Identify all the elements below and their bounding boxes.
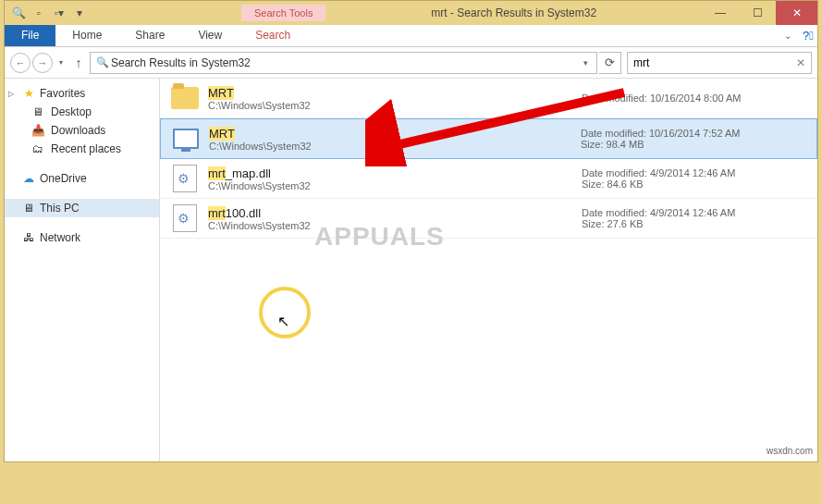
ribbon-tabs: File Home Share View Search ⌄ ?⃝ bbox=[5, 25, 817, 47]
results-list: MRTC:\Windows\System32Date modified: 10/… bbox=[160, 79, 817, 461]
sidebar-item-desktop[interactable]: 🖥 Desktop bbox=[5, 103, 159, 121]
favorites-label: Favorites bbox=[40, 87, 85, 100]
result-path: C:\Windows\System32 bbox=[208, 100, 582, 111]
window-buttons: — ☐ ✕ bbox=[702, 1, 817, 25]
close-button[interactable]: ✕ bbox=[776, 1, 817, 25]
history-dropdown-icon[interactable]: ▾ bbox=[55, 58, 67, 67]
minimize-button[interactable]: — bbox=[702, 1, 739, 25]
refresh-button[interactable]: ⟳ bbox=[599, 52, 621, 74]
window-title: mrt - Search Results in System32 bbox=[325, 6, 702, 19]
sidebar-favorites-header[interactable]: ▷ ★ Favorites bbox=[5, 84, 159, 103]
address-path: Search Results in System32 bbox=[111, 56, 578, 69]
properties-qat-icon[interactable]: ▫ bbox=[31, 5, 47, 21]
result-path: C:\Windows\System32 bbox=[208, 220, 582, 231]
search-qat-icon[interactable]: 🔍 bbox=[10, 5, 27, 21]
downloads-icon: 📥 bbox=[31, 123, 45, 138]
sidebar-item-downloads[interactable]: 📥 Downloads bbox=[5, 121, 159, 140]
back-button[interactable]: ← bbox=[10, 53, 31, 73]
search-box[interactable]: ✕ bbox=[627, 52, 812, 74]
qat-dropdown-icon[interactable]: ▾ bbox=[71, 5, 88, 21]
clear-search-icon[interactable]: ✕ bbox=[796, 56, 805, 69]
app-icon bbox=[170, 123, 202, 154]
contextual-tab-label: Search Tools bbox=[241, 5, 325, 21]
title-bar: 🔍 ▫ ▫▾ ▾ Search Tools mrt - Search Resul… bbox=[5, 1, 817, 25]
attribution: wsxdn.com bbox=[767, 446, 813, 456]
result-name: MRT bbox=[208, 86, 582, 100]
result-name: MRT bbox=[209, 127, 581, 141]
result-metadata: Date modified: 4/9/2014 12:46 AMSize: 27… bbox=[582, 207, 808, 229]
pc-icon: 🖥 bbox=[21, 201, 36, 215]
file-tab[interactable]: File bbox=[5, 25, 55, 46]
dll-icon bbox=[169, 203, 201, 234]
help-icon[interactable]: ?⃝ bbox=[799, 25, 817, 46]
dll-icon bbox=[169, 163, 201, 194]
tab-view[interactable]: View bbox=[181, 25, 239, 46]
location-icon: 🔍 bbox=[94, 56, 111, 68]
star-icon: ★ bbox=[21, 86, 36, 101]
sidebar-onedrive[interactable]: ☁ OneDrive bbox=[5, 169, 159, 188]
network-icon: 🖧 bbox=[21, 230, 36, 245]
search-input[interactable] bbox=[633, 56, 796, 69]
result-path: C:\Windows\System32 bbox=[209, 141, 581, 152]
forward-button[interactable]: → bbox=[32, 53, 53, 73]
tab-share[interactable]: Share bbox=[118, 25, 181, 46]
sidebar-thispc[interactable]: 🖥 This PC bbox=[5, 199, 159, 217]
navigation-pane: ▷ ★ Favorites 🖥 Desktop 📥 Downloads 🗂 Re… bbox=[5, 79, 160, 461]
desktop-icon: 🖥 bbox=[31, 104, 45, 119]
result-metadata: Date modified: 10/16/2014 7:52 AMSize: 9… bbox=[581, 128, 807, 150]
result-metadata: Date modified: 4/9/2014 12:46 AMSize: 84… bbox=[582, 167, 808, 190]
ribbon-expand-icon[interactable]: ⌄ bbox=[777, 25, 799, 46]
sidebar-network[interactable]: 🖧 Network bbox=[5, 228, 159, 247]
search-result-row[interactable]: mrt_map.dllC:\Windows\System32Date modif… bbox=[160, 159, 817, 199]
result-path: C:\Windows\System32 bbox=[208, 180, 582, 191]
search-result-row[interactable]: mrt100.dllC:\Windows\System32Date modifi… bbox=[160, 199, 817, 239]
cloud-icon: ☁ bbox=[21, 171, 36, 186]
folder-icon bbox=[169, 82, 201, 114]
result-name: mrt_map.dll bbox=[208, 166, 582, 180]
recent-icon: 🗂 bbox=[31, 141, 45, 156]
tab-home[interactable]: Home bbox=[55, 25, 118, 46]
navigation-bar: ← → ▾ ↑ 🔍 Search Results in System32 ▾ ⟳… bbox=[5, 47, 817, 79]
address-bar[interactable]: 🔍 Search Results in System32 ▾ bbox=[90, 52, 597, 74]
newfolder-qat-icon[interactable]: ▫▾ bbox=[51, 5, 67, 21]
expand-icon: ▷ bbox=[8, 90, 18, 98]
tab-search[interactable]: Search bbox=[239, 25, 307, 46]
maximize-button[interactable]: ☐ bbox=[739, 1, 776, 25]
explorer-window: 🔍 ▫ ▫▾ ▾ Search Tools mrt - Search Resul… bbox=[4, 0, 818, 462]
result-metadata: Date modified: 10/16/2014 8:00 AM bbox=[582, 92, 808, 104]
search-result-row[interactable]: MRTC:\Windows\System32Date modified: 10/… bbox=[160, 79, 817, 118]
result-name: mrt100.dll bbox=[208, 206, 582, 220]
quick-access-toolbar: 🔍 ▫ ▫▾ ▾ bbox=[5, 5, 93, 21]
up-button[interactable]: ↑ bbox=[69, 54, 88, 72]
sidebar-item-recent[interactable]: 🗂 Recent places bbox=[5, 140, 159, 158]
body: ▷ ★ Favorites 🖥 Desktop 📥 Downloads 🗂 Re… bbox=[5, 79, 817, 461]
address-dropdown-icon[interactable]: ▾ bbox=[578, 58, 593, 68]
search-result-row[interactable]: MRTC:\Windows\System32Date modified: 10/… bbox=[160, 118, 817, 159]
